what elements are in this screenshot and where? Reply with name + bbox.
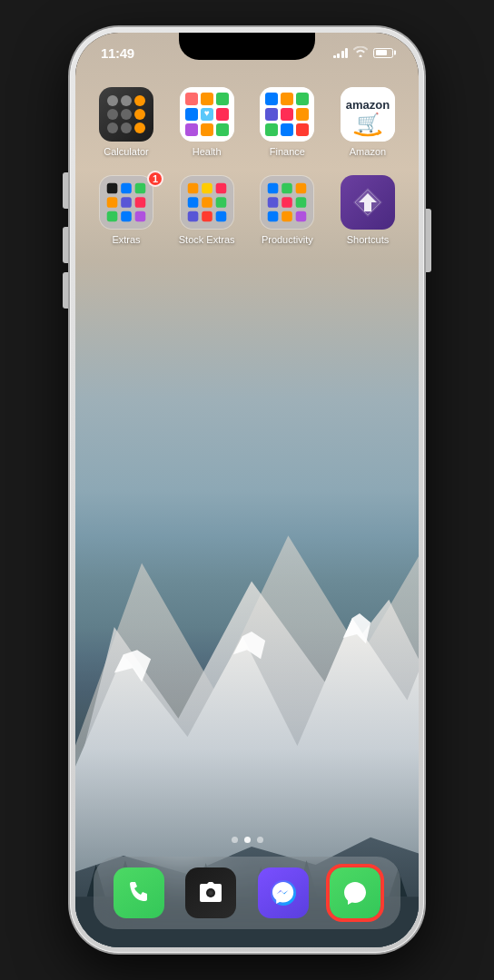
svg-rect-62 (282, 183, 293, 194)
svg-rect-43 (135, 183, 146, 194)
svg-rect-22 (216, 108, 229, 121)
svg-point-73 (215, 887, 218, 889)
page-dot-1 (232, 837, 238, 843)
extras-icon (99, 175, 153, 230)
productivity-label: Productivity (262, 234, 313, 245)
status-time: 11:49 (101, 45, 134, 61)
svg-rect-65 (282, 197, 293, 208)
svg-rect-61 (268, 183, 279, 194)
app-finance[interactable]: Finance (254, 87, 320, 157)
svg-point-72 (209, 891, 212, 895)
svg-rect-36 (296, 123, 309, 136)
svg-rect-20 (185, 108, 198, 121)
finance-icon (260, 87, 314, 142)
wifi-icon (353, 45, 368, 60)
svg-rect-23 (185, 123, 198, 136)
app-stock-extras[interactable]: Stock Extras (174, 175, 240, 245)
dock (94, 857, 400, 929)
page-dot-2 (244, 837, 251, 843)
svg-rect-33 (296, 108, 309, 121)
svg-rect-41 (107, 183, 118, 194)
messenger-app-icon (258, 867, 309, 918)
svg-rect-57 (187, 211, 198, 222)
phone-app-icon (114, 867, 164, 918)
svg-rect-35 (281, 123, 293, 136)
svg-rect-42 (121, 183, 132, 194)
svg-rect-25 (216, 123, 229, 136)
dock-camera[interactable] (185, 867, 236, 918)
page-dot-3 (257, 837, 263, 843)
svg-rect-68 (282, 211, 293, 222)
dock-messenger[interactable] (258, 867, 309, 918)
svg-rect-18 (201, 93, 213, 105)
svg-rect-24 (201, 123, 213, 136)
amazon-label: Amazon (350, 146, 386, 157)
finance-label: Finance (270, 146, 305, 157)
status-icons (333, 45, 394, 60)
svg-rect-51 (187, 183, 198, 194)
app-health[interactable]: ♥ Health (174, 87, 240, 157)
signal-icon (333, 47, 349, 58)
app-calculator[interactable]: Calculator (94, 87, 159, 157)
svg-rect-63 (296, 183, 307, 194)
extras-label: Extras (112, 234, 140, 245)
notch (179, 33, 315, 60)
extras-badge: 1 (147, 171, 163, 187)
svg-rect-53 (215, 183, 226, 194)
phone-device: 11:49 (70, 27, 424, 953)
app-row-2: 1 Extras (94, 175, 400, 245)
svg-rect-52 (202, 183, 212, 194)
calculator-icon (99, 87, 153, 142)
svg-rect-69 (296, 211, 307, 222)
svg-rect-34 (265, 123, 278, 136)
messages-highlight-ring (326, 864, 384, 922)
svg-rect-46 (135, 197, 146, 208)
svg-rect-58 (202, 211, 212, 222)
svg-rect-54 (187, 197, 198, 208)
stock-extras-icon (180, 175, 234, 230)
dock-phone[interactable] (114, 867, 164, 918)
dock-messages[interactable] (330, 867, 380, 918)
page-dots (75, 837, 419, 843)
app-productivity[interactable]: Productivity (254, 175, 320, 245)
camera-app-icon (185, 867, 236, 918)
app-row-1: Calculator (94, 87, 400, 157)
stock-extras-label: Stock Extras (179, 234, 235, 245)
svg-rect-64 (268, 197, 279, 208)
phone-screen: 11:49 (75, 33, 419, 947)
svg-rect-59 (215, 211, 226, 222)
svg-text:♥: ♥ (204, 108, 210, 118)
svg-text:🛒: 🛒 (356, 112, 379, 133)
shortcuts-icon (341, 175, 395, 230)
svg-rect-66 (296, 197, 307, 208)
app-amazon[interactable]: amazon 🛒 Amazon (335, 87, 400, 157)
svg-rect-29 (281, 93, 293, 105)
calculator-label: Calculator (104, 146, 149, 157)
svg-rect-55 (202, 197, 212, 208)
svg-rect-47 (107, 211, 118, 222)
svg-text:amazon: amazon (346, 98, 390, 112)
svg-rect-32 (281, 108, 293, 121)
shortcuts-label: Shortcuts (347, 234, 389, 245)
svg-rect-45 (121, 197, 132, 208)
productivity-icon (260, 175, 314, 230)
app-extras[interactable]: 1 Extras (94, 175, 159, 245)
svg-rect-17 (185, 93, 198, 105)
svg-rect-48 (121, 211, 132, 222)
svg-rect-67 (268, 211, 279, 222)
svg-rect-44 (107, 197, 118, 208)
svg-rect-28 (265, 93, 278, 105)
svg-rect-19 (216, 93, 229, 105)
amazon-icon: amazon 🛒 (341, 87, 395, 142)
svg-rect-31 (265, 108, 278, 121)
app-grid: Calculator (94, 87, 400, 263)
battery-icon (373, 48, 393, 58)
health-label: Health (193, 146, 222, 157)
health-icon: ♥ (180, 87, 234, 142)
svg-rect-30 (296, 93, 309, 105)
svg-rect-49 (135, 211, 146, 222)
app-shortcuts[interactable]: Shortcuts (335, 175, 400, 245)
svg-rect-56 (215, 197, 226, 208)
